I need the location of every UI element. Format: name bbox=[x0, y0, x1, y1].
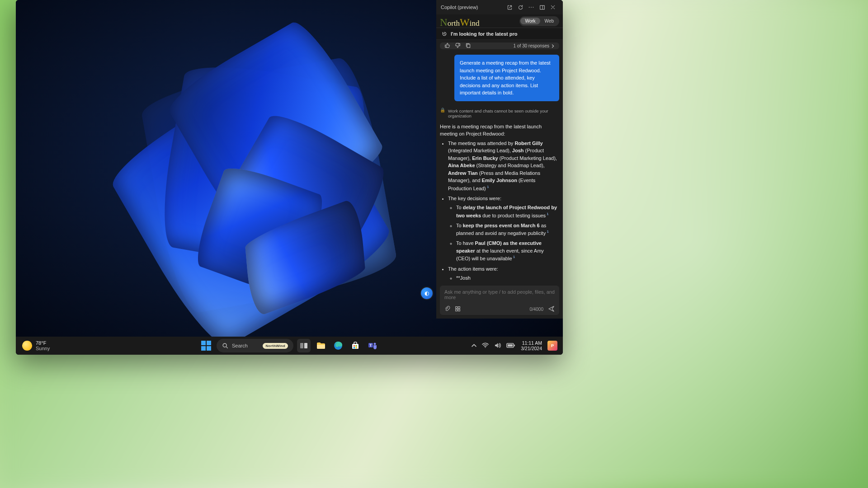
battery-icon[interactable] bbox=[506, 343, 515, 349]
dock-icon[interactable] bbox=[537, 2, 547, 13]
citation-1c[interactable]: 1 bbox=[546, 230, 549, 234]
copilot-titlebar: Copilot (preview) bbox=[436, 0, 563, 14]
copy-icon[interactable] bbox=[465, 42, 471, 49]
windows-bloom-art bbox=[115, 27, 423, 334]
history-text: I'm looking for the latest pro bbox=[451, 31, 517, 37]
svg-rect-4 bbox=[467, 44, 470, 47]
attach-icon[interactable] bbox=[444, 306, 450, 313]
copilot-panel: Copilot (preview) NorthWind Work Web bbox=[436, 0, 563, 319]
svg-rect-17 bbox=[354, 347, 355, 348]
weather-widget[interactable]: 78°F Sunny bbox=[16, 340, 50, 351]
svg-point-10 bbox=[223, 343, 226, 347]
svg-rect-9 bbox=[458, 309, 460, 311]
copilot-avatar-icon: ◐ bbox=[421, 287, 433, 299]
thumbs-down-icon[interactable] bbox=[455, 42, 461, 49]
citation-1d[interactable]: 1 bbox=[512, 255, 515, 259]
response-counter-1: 1 of 30 responses bbox=[514, 43, 550, 48]
weather-condition: Sunny bbox=[36, 346, 50, 351]
svg-rect-11 bbox=[300, 343, 303, 348]
tray-chevron-icon[interactable] bbox=[472, 343, 476, 349]
start-button[interactable] bbox=[199, 339, 213, 352]
copilot-body: 1 of 30 responses Generate a meeting rec… bbox=[436, 40, 563, 286]
edge-button[interactable] bbox=[331, 339, 345, 352]
svg-point-2 bbox=[533, 7, 534, 8]
teams-button[interactable]: T bbox=[366, 339, 379, 352]
refresh-icon[interactable] bbox=[515, 2, 526, 13]
svg-point-21 bbox=[374, 343, 376, 345]
copilot-header: NorthWind Work Web bbox=[436, 14, 563, 28]
store-icon bbox=[351, 342, 359, 350]
char-counter: 0/4000 bbox=[529, 307, 543, 312]
svg-rect-12 bbox=[304, 343, 307, 348]
svg-rect-8 bbox=[456, 309, 458, 311]
svg-rect-16 bbox=[356, 345, 357, 347]
toggle-work[interactable]: Work bbox=[520, 18, 540, 24]
svg-rect-6 bbox=[456, 306, 458, 308]
system-tray: 11:11 AM 3/21/2024 P bbox=[472, 340, 563, 351]
folder-icon bbox=[316, 342, 326, 349]
key-decisions-item: The key decisions were: To delay the lau… bbox=[448, 195, 559, 263]
feedback-row-1: 1 of 30 responses bbox=[440, 42, 559, 49]
volume-icon[interactable] bbox=[494, 343, 501, 349]
response-intro: Here is a meeting recap from the latest … bbox=[440, 123, 559, 138]
decision-3: To have Paul (CMO) as the executive spea… bbox=[456, 239, 559, 262]
prompt-input-area: 0/4000 bbox=[440, 286, 559, 315]
wifi-icon[interactable] bbox=[482, 343, 489, 349]
scope-toggle: Work Web bbox=[519, 16, 559, 26]
clock-time: 11:11 AM bbox=[521, 340, 542, 346]
brand-logo: NorthWind bbox=[440, 17, 479, 26]
desktop-wallpaper-area[interactable]: Copilot (preview) NorthWind Work Web bbox=[16, 0, 563, 337]
search-brand-badge: NorthWind bbox=[263, 343, 288, 349]
action-items-item: The action items were: **Josh bbox=[448, 265, 559, 282]
desktop-screen: Copilot (preview) NorthWind Work Web bbox=[16, 0, 563, 355]
taskview-icon bbox=[300, 343, 308, 349]
history-row[interactable]: I'm looking for the latest pro bbox=[436, 28, 563, 40]
privacy-notice: Work content and chats cannot be seen ou… bbox=[440, 106, 559, 120]
taskbar-center: Search NorthWind T bbox=[199, 339, 379, 352]
input-toolbar: 0/4000 bbox=[444, 305, 555, 313]
prompt-input[interactable] bbox=[444, 289, 555, 304]
action-1: **Josh bbox=[456, 274, 559, 282]
more-icon[interactable] bbox=[526, 2, 537, 13]
teams-icon: T bbox=[368, 341, 377, 350]
store-button[interactable] bbox=[349, 339, 362, 352]
svg-rect-25 bbox=[514, 344, 515, 346]
clock-date: 3/21/2024 bbox=[521, 346, 542, 351]
explorer-button[interactable] bbox=[314, 339, 328, 352]
open-external-icon[interactable] bbox=[504, 2, 515, 13]
citation-1[interactable]: 1 bbox=[486, 185, 489, 189]
history-icon bbox=[442, 31, 447, 37]
svg-point-22 bbox=[485, 347, 486, 348]
decision-2: To keep the press event on March 6 as pl… bbox=[456, 222, 559, 237]
svg-rect-3 bbox=[540, 5, 544, 9]
thumbs-up-icon[interactable] bbox=[444, 42, 450, 49]
notification-badge[interactable]: P bbox=[547, 341, 557, 351]
user-message: Generate a meeting recap from the latest… bbox=[454, 55, 559, 101]
toggle-web[interactable]: Web bbox=[540, 18, 558, 24]
sun-icon bbox=[22, 341, 32, 351]
search-icon bbox=[222, 343, 228, 349]
edge-icon bbox=[334, 341, 343, 350]
taskbar: 78°F Sunny Search NorthWind T bbox=[16, 337, 563, 355]
chevron-right-icon[interactable] bbox=[551, 44, 555, 48]
svg-point-1 bbox=[531, 7, 532, 8]
svg-text:T: T bbox=[369, 343, 372, 347]
svg-rect-18 bbox=[356, 347, 357, 348]
weather-temp: 78°F bbox=[36, 340, 50, 346]
apps-icon[interactable] bbox=[455, 306, 461, 313]
taskbar-search[interactable]: Search NorthWind bbox=[217, 339, 293, 352]
citation-1b[interactable]: 1 bbox=[546, 212, 549, 216]
svg-rect-7 bbox=[458, 306, 460, 308]
send-icon[interactable] bbox=[548, 305, 555, 313]
search-placeholder: Search bbox=[232, 343, 248, 348]
svg-point-0 bbox=[529, 7, 530, 8]
windows-logo-icon bbox=[201, 341, 211, 351]
svg-rect-24 bbox=[508, 344, 513, 347]
svg-rect-15 bbox=[354, 345, 355, 347]
copilot-title: Copilot (preview) bbox=[441, 5, 478, 10]
clock[interactable]: 11:11 AM 3/21/2024 bbox=[521, 340, 542, 351]
assistant-response: Here is a meeting recap from the latest … bbox=[440, 123, 559, 286]
close-icon[interactable] bbox=[547, 2, 558, 13]
decision-1: To delay the launch of Project Redwood b… bbox=[456, 204, 559, 219]
task-view-button[interactable] bbox=[297, 339, 311, 352]
